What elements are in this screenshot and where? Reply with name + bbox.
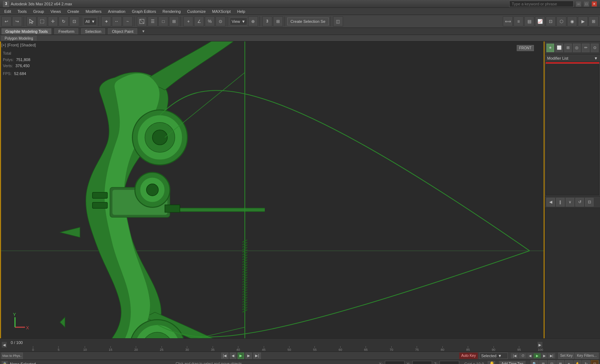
viewport-view[interactable]: [Front] xyxy=(8,43,19,47)
material-editor[interactable]: ⬡ xyxy=(556,16,566,26)
menu-animation[interactable]: Animation xyxy=(105,8,128,15)
menu-views[interactable]: Views xyxy=(48,8,64,15)
use-center[interactable]: ⊕ xyxy=(248,16,258,26)
create-selection-button[interactable]: Create Selection Se xyxy=(287,18,329,25)
key-mode-toggle[interactable]: |◀ xyxy=(511,353,519,359)
timeline-scroll-left[interactable]: ◀ xyxy=(1,341,7,348)
motion-panel-btn[interactable]: ◎ xyxy=(573,44,581,52)
zoom-button[interactable]: 🔍 xyxy=(531,360,539,364)
ribbon-toggle[interactable]: ⊞ xyxy=(273,16,283,26)
unlink-button[interactable] xyxy=(112,16,122,26)
window-crossing[interactable]: ⊞ xyxy=(169,16,179,26)
viewport-plus[interactable]: [+] xyxy=(1,43,6,47)
mirror-button[interactable]: ⟺ xyxy=(503,16,513,26)
y-coord-input[interactable] xyxy=(412,361,432,364)
hierarchy-panel-btn[interactable]: ⊞ xyxy=(564,44,572,52)
percent-snap[interactable]: % xyxy=(205,16,215,26)
z-coord-input[interactable] xyxy=(440,361,459,364)
close-button[interactable]: ✕ xyxy=(591,1,597,7)
layer-button[interactable]: ▤ xyxy=(524,16,534,26)
zoom-extents-button[interactable]: ⊠ xyxy=(556,360,564,364)
polygon-modeling-tab[interactable]: Polygon Modeling xyxy=(1,36,36,41)
render-setup[interactable]: ◉ xyxy=(567,16,577,26)
next-key-button[interactable]: ▶ xyxy=(541,353,547,359)
align-button[interactable]: ≡ xyxy=(514,16,524,26)
arc-rotate-button[interactable]: ↻ xyxy=(582,360,590,364)
go-to-end-button[interactable]: ▶| xyxy=(253,353,261,359)
add-time-tag-button[interactable]: Add Time Tag xyxy=(499,361,526,364)
tab-object-paint[interactable]: Object Paint xyxy=(108,28,137,34)
menu-group[interactable]: Group xyxy=(30,8,47,15)
select-region-button[interactable] xyxy=(37,16,47,26)
selection-lock-button[interactable]: 🔒 xyxy=(1,361,8,364)
menu-maxscript[interactable]: MAXScript xyxy=(209,8,234,15)
zoom-all-button[interactable]: ⊞ xyxy=(539,360,547,364)
timeline-scroll-right[interactable]: ▶ xyxy=(537,341,543,348)
field-of-view-button[interactable]: ◈ xyxy=(565,360,573,364)
set-key-button[interactable]: Set Key xyxy=(558,353,574,359)
x-coord-input[interactable] xyxy=(385,361,405,364)
tab-graphite-modeling[interactable]: Graphite Modeling Tools xyxy=(1,28,51,34)
ref-coord-dropdown[interactable]: View ▼ xyxy=(230,18,247,25)
timeline-row[interactable]: 0 / 100 ◀ 0 5 10 15 20 25 30 35 40 45 50… xyxy=(0,339,600,351)
go-end-button[interactable]: ▶| xyxy=(547,353,555,359)
show-all-btn[interactable]: ⊡ xyxy=(585,198,594,206)
create-panel-btn[interactable]: ★ xyxy=(546,44,554,52)
utilities-panel-btn[interactable]: ⊙ xyxy=(591,44,599,52)
curve-editor[interactable]: 📈 xyxy=(535,16,545,26)
menu-customize[interactable]: Customize xyxy=(184,8,209,15)
filter-dropdown[interactable]: All ▼ xyxy=(84,18,97,25)
select-button[interactable] xyxy=(26,16,36,26)
snaps-toggle[interactable]: ⌖ xyxy=(183,16,193,26)
menu-tools[interactable]: Tools xyxy=(15,8,30,15)
tab-selection[interactable]: Selection xyxy=(81,28,105,34)
auto-key-button[interactable]: Auto Key xyxy=(459,353,478,359)
bind-space-warp[interactable]: ~ xyxy=(123,16,133,26)
rectangle-select[interactable]: □ xyxy=(158,16,168,26)
menu-rendering[interactable]: Rendering xyxy=(160,8,184,15)
max-to-physx-button[interactable]: Max to Phys.. xyxy=(1,353,23,359)
select-filter[interactable] xyxy=(137,16,147,26)
modify-panel-btn[interactable]: ⬜ xyxy=(555,44,563,52)
viewport[interactable]: [+] [Front] [Shaded] Total Polys: 751,80… xyxy=(0,41,545,338)
remove-modifier-btn[interactable]: ∨ xyxy=(566,198,574,206)
scale-button[interactable]: ⊡ xyxy=(69,16,79,26)
quick-render[interactable]: ⊞ xyxy=(589,16,599,26)
menu-create[interactable]: Create xyxy=(64,8,82,15)
time-config-button[interactable]: ⏱ xyxy=(519,353,527,359)
play-all-button[interactable]: ▶ xyxy=(533,353,541,359)
named-selection[interactable]: ◫ xyxy=(333,16,343,26)
tab-freeform[interactable]: Freeform xyxy=(54,28,78,34)
prev-frame-button[interactable]: ◀ xyxy=(230,353,236,359)
make-unique-btn[interactable]: ‖ xyxy=(556,198,565,206)
rotate-button[interactable]: ↻ xyxy=(59,16,69,26)
pan-button[interactable]: ✋ xyxy=(574,360,581,364)
render-frame[interactable]: ▶ xyxy=(578,16,588,26)
search-input[interactable] xyxy=(512,2,571,6)
schematic-view[interactable]: ⊡ xyxy=(546,16,556,26)
menu-help[interactable]: Help xyxy=(234,8,248,15)
undo-button[interactable]: ↩ xyxy=(1,16,11,26)
prev-key-button[interactable]: ◀ xyxy=(527,353,533,359)
angle-snap[interactable]: ∠ xyxy=(194,16,204,26)
display-panel-btn[interactable]: ✏ xyxy=(582,44,590,52)
selected-dropdown[interactable]: Selected ▼ xyxy=(479,353,508,359)
minimize-button[interactable]: ─ xyxy=(576,1,581,7)
max-viewport-button[interactable]: ⊡ xyxy=(591,360,599,364)
select-by-name[interactable]: ☰ xyxy=(148,16,158,26)
maximize-button[interactable]: □ xyxy=(584,1,589,7)
menu-graph-editors[interactable]: Graph Editors xyxy=(129,8,159,15)
go-to-start-button[interactable]: |◀ xyxy=(221,353,229,359)
link-button[interactable] xyxy=(101,16,111,26)
next-frame-button[interactable]: ▶ xyxy=(246,353,252,359)
spinner-snap[interactable]: ⊙ xyxy=(215,16,225,26)
menu-modifiers[interactable]: Modifiers xyxy=(83,8,104,15)
key-icon-button[interactable]: 🔑 xyxy=(487,361,495,364)
pin-stack-btn[interactable]: ◀ xyxy=(546,198,555,206)
zoom-selected-button[interactable]: ⊡ xyxy=(548,360,556,364)
menu-edit[interactable]: Edit xyxy=(1,8,14,15)
play-button[interactable]: ▶ xyxy=(238,353,244,359)
configure-btn[interactable]: ↺ xyxy=(575,198,584,206)
viewport-shading[interactable]: [Shaded] xyxy=(20,43,36,47)
layer-manager[interactable]: 3 xyxy=(262,16,272,26)
